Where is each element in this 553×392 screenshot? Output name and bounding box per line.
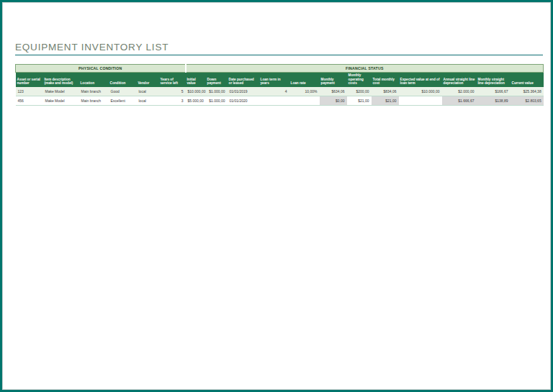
cell-years-of-service-left: 5 (159, 87, 186, 96)
cell-monthly-operating-costs: $21,00 (347, 96, 372, 106)
cell-location: Main branch (79, 87, 109, 96)
cell-asset-number: 123 (16, 87, 43, 96)
column-header-date-purchased: Date purchased or leased (228, 73, 259, 88)
title-underline (15, 55, 543, 55)
column-header-asset-number: Asset or serial number (16, 73, 43, 88)
cell-location: Main branch (79, 96, 109, 106)
cell-date-purchased: 01/01/2020 (228, 96, 259, 106)
cell-item-description: Make Model (43, 87, 79, 96)
column-header-condition: Condition (109, 73, 137, 88)
column-header-item-description: Item description (make and model) (43, 73, 79, 88)
cell-loan-rate (289, 96, 320, 106)
column-header-monthly-operating-costs: Monthly operating costs (347, 73, 372, 88)
cell-expected-value (399, 96, 442, 106)
cell-down-payment: $1.000,00 (206, 96, 228, 106)
cell-loan-term (259, 96, 289, 106)
cell-total-monthly-cost: $21,00 (372, 96, 399, 106)
column-header-expected-value: Expected value at end of loan term (399, 73, 442, 88)
cell-monthly-payment: $634,06 (320, 87, 347, 96)
cell-vendor: local (137, 96, 159, 106)
page-title: EQUIPMENT INVENTORY LIST (15, 42, 168, 53)
cell-monthly-operating-costs: $200,00 (347, 87, 372, 96)
cell-loan-rate: 10,00% (289, 87, 320, 96)
cell-monthly-payment: $0,00 (320, 96, 347, 106)
cell-expected-value: $10.000,00 (399, 87, 442, 96)
column-header-initial-value: Initial value (186, 73, 206, 88)
cell-down-payment: $1.000,00 (206, 87, 228, 96)
cell-monthly-depreciation: $138,89 (477, 96, 511, 106)
column-header-row: Asset or serial number Item description … (16, 73, 544, 88)
group-header-financial-status: FINANCIAL STATUS (186, 65, 544, 73)
column-header-monthly-payment: Monthly payment (320, 73, 347, 88)
document-page: EQUIPMENT INVENTORY LIST PHYSICAL CONDIT… (0, 0, 553, 392)
table-row: 123 Make Model Main branch Good local 5 … (16, 87, 544, 96)
cell-condition: Excellent (109, 96, 137, 106)
cell-condition: Good (109, 87, 137, 96)
group-header-row: PHYSICAL CONDITION FINANCIAL STATUS (16, 65, 544, 73)
column-header-location: Location (79, 73, 109, 88)
column-header-loan-rate: Loan rate (289, 73, 320, 88)
group-header-physical-condition: PHYSICAL CONDITION (16, 65, 186, 73)
cell-total-monthly-cost: $834,06 (372, 87, 399, 96)
column-header-total-monthly-cost: Total monthly cost (372, 73, 399, 88)
cell-date-purchased: 01/01/2019 (228, 87, 259, 96)
cell-asset-number: 456 (16, 96, 43, 106)
cell-annual-depreciation: $2.000,00 (442, 87, 477, 96)
cell-vendor: local (137, 87, 159, 96)
column-header-down-payment: Down payment (206, 73, 228, 88)
cell-current-value: $25.364,38 (511, 87, 544, 96)
table-row: 456 Make Model Main branch Excellent loc… (16, 96, 544, 106)
cell-loan-term: 4 (259, 87, 289, 96)
column-header-monthly-depreciation: Monthly straight line depreciation (477, 73, 511, 88)
equipment-inventory-table: PHYSICAL CONDITION FINANCIAL STATUS Asse… (15, 64, 544, 106)
cell-years-of-service-left: 3 (159, 96, 186, 106)
column-header-loan-term: Loan term in years (259, 73, 289, 88)
cell-initial-value: $5.000,00 (186, 96, 206, 106)
cell-initial-value: $10.000,00 (186, 87, 206, 96)
column-header-annual-depreciation: Annual straight line depreciation (442, 73, 477, 88)
column-header-vendor: Vendor (137, 73, 159, 88)
cell-annual-depreciation: $1.666,67 (442, 96, 477, 106)
cell-monthly-depreciation: $166,67 (477, 87, 511, 96)
cell-current-value: $2.803,65 (511, 96, 544, 106)
column-header-years-of-service-left: Years of service left (159, 73, 186, 88)
column-header-current-value: Current value (511, 73, 544, 88)
cell-item-description: Make Model (43, 96, 79, 106)
